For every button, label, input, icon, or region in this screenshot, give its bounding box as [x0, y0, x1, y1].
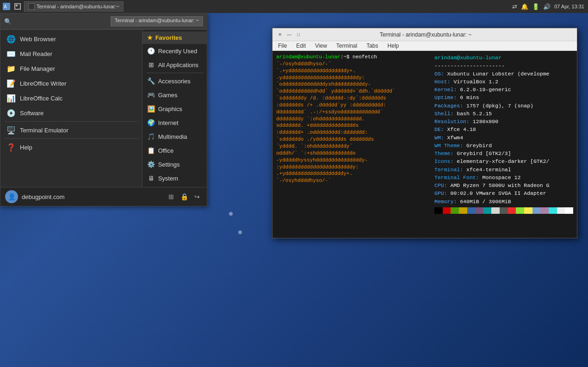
category-accessories[interactable]: 🔧 Accessories	[142, 74, 207, 88]
mail-reader-icon: ✉️	[6, 49, 16, 59]
libreoffice-calc-icon: 📊	[6, 93, 16, 103]
username-label: debugpoint.com	[22, 193, 162, 200]
menu-item-terminal-emulator[interactable]: 🖥️ Terminal Emulator	[0, 123, 142, 137]
recently-used-label: Recently Used	[158, 48, 198, 55]
software-label: Software	[20, 110, 43, 117]
menu-body: 🌐 Web Browser ✉️ Mail Reader 📁 File Mana…	[0, 30, 207, 187]
menu-item-libreoffice-writer[interactable]: 📝 LibreOffice Writer	[0, 76, 142, 91]
terminal-titlebar: ✕ — □ Terminal - arindam@xubuntu-lunar: …	[272, 28, 577, 41]
taskbar-left: A Terminal - arindam@xubuntu-lunar:~	[0, 1, 125, 12]
terminal-close-button[interactable]: ✕	[276, 31, 284, 38]
graphics-label: Graphics	[158, 106, 182, 112]
category-separator	[146, 73, 203, 73]
terminal-minimize-button[interactable]: —	[285, 31, 293, 38]
terminal-maximize-button[interactable]: □	[295, 31, 302, 38]
menu-item-software[interactable]: 💿 Software	[0, 106, 142, 120]
category-system[interactable]: 🖥 System	[142, 171, 207, 185]
app-menu: 🔍 Terminal - arindam@xubuntu-lunar: ~ 🌐 …	[0, 13, 207, 206]
help-label: Help	[20, 144, 32, 151]
right-panel: ★ Favorites 🕐 Recently Used ⊞ All Applic…	[142, 30, 207, 187]
favorites-label: Favorites	[155, 34, 182, 41]
terminal-menu-file[interactable]: File	[276, 42, 289, 50]
terminal-controls: ✕ — □	[276, 31, 302, 38]
taskbar-terminal-button[interactable]: Terminal - arindam@xubuntu-lunar:~	[24, 1, 124, 12]
terminal-menu-tabs[interactable]: Tabs	[365, 42, 380, 50]
taskbar-window-title: Terminal - arindam@xubuntu-lunar:~	[37, 4, 119, 9]
help-icon: ❓	[6, 142, 16, 152]
menu-separator-2	[4, 138, 138, 139]
lock-icon[interactable]: 🔒	[179, 192, 189, 202]
category-settings[interactable]: ⚙️ Settings	[142, 157, 207, 171]
web-browser-icon: 🌐	[6, 34, 16, 44]
category-office[interactable]: 📋 Office	[142, 143, 207, 157]
search-input[interactable]	[14, 18, 108, 25]
search-icon: 🔍	[4, 18, 12, 25]
svg-rect-3	[16, 5, 18, 6]
taskbar-right: ⇄ 🔔 🔋 🔊 07 Apr, 13:31	[508, 3, 588, 10]
taskbar-app-icon: A	[2, 2, 11, 11]
menu-item-help[interactable]: ❓ Help	[0, 140, 142, 155]
bottom-icons: ⊞ 🔒 ↪	[166, 192, 202, 202]
star-icon: ★	[147, 34, 153, 41]
bottom-bar: 👤 debugpoint.com ⊞ 🔒 ↪	[0, 187, 207, 206]
notification-icon: 🔔	[521, 3, 528, 10]
recently-used-icon: 🕐	[147, 47, 155, 55]
clock: 07 Apr, 13:31	[554, 4, 584, 9]
web-browser-label: Web Browser	[20, 36, 56, 43]
network-icon: ⇄	[512, 3, 517, 10]
logout-icon[interactable]: ↪	[192, 192, 202, 202]
menu-item-file-manager[interactable]: 📁 File Manager	[0, 61, 142, 76]
accessories-label: Accessories	[158, 78, 191, 85]
category-games[interactable]: 🎮 Games	[142, 88, 207, 102]
multimedia-label: Multimedia	[158, 133, 187, 140]
menu-item-web-browser[interactable]: 🌐 Web Browser	[0, 31, 142, 46]
libreoffice-writer-icon: 📝	[6, 78, 16, 88]
terminal-menu-terminal[interactable]: Terminal	[334, 42, 359, 50]
taskbar: A Terminal - arindam@xubuntu-lunar:~ ⇄ 🔔…	[0, 0, 588, 13]
user-avatar: 👤	[5, 190, 18, 203]
volume-icon: 🔊	[543, 3, 551, 10]
menu-item-libreoffice-calc[interactable]: 📊 LibreOffice Calc	[0, 91, 142, 106]
terminal-neofetch-art: arindam@xubuntu-lunar:~$ neofetch `-/osy…	[276, 54, 434, 235]
office-label: Office	[158, 147, 174, 154]
menu-item-mail-reader[interactable]: ✉️ Mail Reader	[0, 46, 142, 61]
graphics-icon: 🖼️	[147, 105, 155, 113]
terminal-menu-edit[interactable]: Edit	[294, 42, 308, 50]
terminal-body[interactable]: arindam@xubuntu-lunar:~$ neofetch `-/osy…	[272, 51, 577, 238]
all-applications-label: All Applications	[158, 62, 198, 68]
category-multimedia[interactable]: 🎵 Multimedia	[142, 130, 207, 143]
terminal-emulator-icon: 🖥️	[6, 125, 16, 135]
games-label: Games	[158, 92, 178, 99]
settings-label: Settings	[158, 161, 180, 168]
search-tab-label: Terminal - arindam@xubuntu-lunar: ~	[115, 18, 199, 23]
menu-separator	[4, 121, 138, 122]
category-graphics[interactable]: 🖼️ Graphics	[142, 102, 207, 116]
internet-icon: 🌍	[147, 118, 155, 127]
terminal-neofetch-info: arindam@xubuntu-lunar ------------------…	[434, 54, 573, 235]
accessories-icon: 🔧	[147, 77, 155, 85]
terminal-menu-help[interactable]: Help	[386, 42, 401, 50]
battery-icon: 🔋	[532, 3, 539, 10]
games-icon: 🎮	[147, 91, 155, 99]
settings-icon: ⚙️	[147, 160, 155, 168]
category-all-applications[interactable]: ⊞ All Applications	[142, 58, 207, 72]
category-internet[interactable]: 🌍 Internet	[142, 116, 207, 130]
display-settings-icon[interactable]: ⊞	[166, 192, 176, 202]
category-recently-used[interactable]: 🕐 Recently Used	[142, 44, 207, 58]
desktop-dot-2	[238, 230, 242, 234]
all-applications-icon: ⊞	[147, 61, 155, 69]
taskbar-square-icon	[13, 2, 22, 11]
terminal-emulator-label: Terminal Emulator	[20, 127, 68, 134]
color-blocks	[434, 207, 573, 214]
terminal-menubar: File Edit View Terminal Tabs Help	[272, 41, 577, 51]
libreoffice-calc-label: LibreOffice Calc	[20, 95, 62, 102]
internet-label: Internet	[158, 119, 179, 126]
libreoffice-writer-label: LibreOffice Writer	[20, 80, 67, 87]
search-tab-button[interactable]: Terminal - arindam@xubuntu-lunar: ~	[111, 16, 203, 26]
system-icon: 🖥	[147, 174, 155, 182]
window-icon	[28, 3, 35, 10]
system-label: System	[158, 175, 178, 182]
terminal-menu-view[interactable]: View	[313, 42, 329, 50]
terminal-window: ✕ — □ Terminal - arindam@xubuntu-lunar: …	[272, 28, 577, 238]
mail-reader-label: Mail Reader	[20, 50, 52, 57]
